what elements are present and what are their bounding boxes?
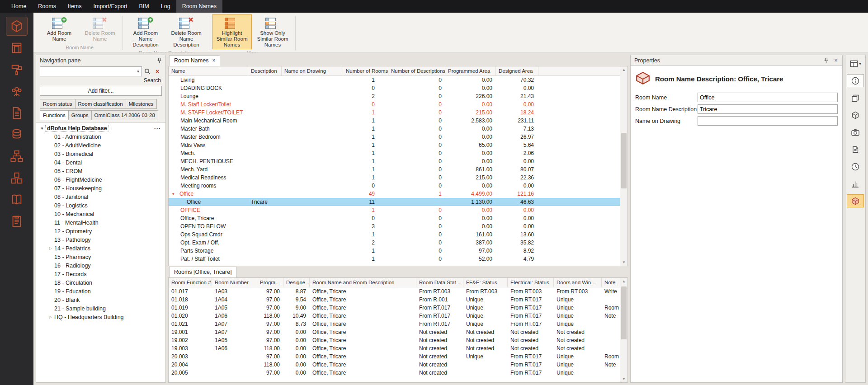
add-room-name-description-button[interactable]: Add Room Name Description [126, 14, 165, 49]
nav-tab-milestones[interactable]: Milestones [126, 99, 157, 109]
tree-item-01-administration[interactable]: 01 - Administration [36, 132, 165, 141]
tree-collapsed-icon[interactable]: ▷ [47, 315, 54, 319]
copy-properties-icon[interactable] [847, 92, 863, 104]
scroll-track[interactable] [620, 285, 627, 376]
search-combobox[interactable]: ▾ [40, 66, 142, 76]
room-row-01-021[interactable]: 01.0211A0797.008.73Office, TricareFrom R… [169, 320, 620, 328]
tree-item-11-mentalhealth[interactable]: 11 - MentalHealth [36, 218, 165, 227]
menu-tab-room-names[interactable]: Room Names [176, 0, 222, 13]
tree-more-button[interactable]: ··· [154, 125, 165, 131]
info-icon[interactable] [847, 75, 863, 87]
column-header-room-data-stat[interactable]: Room Data Stat... [416, 278, 463, 287]
search-icon[interactable] [143, 66, 152, 76]
column-header-name-on-drawing[interactable]: Name on Drawing [282, 66, 343, 75]
tree-expanded-icon[interactable]: ▾ [38, 126, 46, 131]
column-header-name[interactable]: Name [169, 66, 248, 75]
tree-collapsed-icon[interactable]: ▷ [47, 246, 54, 250]
room-row-20-004[interactable]: 20.004118.000.00Office, TricareNot creat… [169, 361, 620, 369]
row-expand-icon[interactable]: ▾ [172, 192, 179, 196]
room-name-row-mech[interactable]: Mech.100.002.06 [169, 149, 620, 157]
room-row-19-002[interactable]: 19.0021A0597.000.00Office, TricareNot cr… [169, 336, 620, 344]
room-names-scrollbar[interactable]: ▲ ▼ [620, 66, 627, 266]
tree-item-08-janitorial[interactable]: 08 - Janitorial [36, 192, 165, 201]
tree-item-10-mechanical[interactable]: 10 - Mechanical [36, 210, 165, 218]
scroll-thumb[interactable] [621, 133, 627, 188]
room-name-row-m-staff-locker-toilet[interactable]: M. Staff Locker/Toilet000.000.00 [169, 100, 620, 108]
room-row-01-019[interactable]: 01.0191A0597.009.00Office, TricareFrom R… [169, 304, 620, 312]
delete-room-name-button[interactable]: Delete Room Name [80, 14, 120, 44]
room-name-row-mech-yard[interactable]: Mech. Yard10861.0080.07 [169, 165, 620, 174]
nav-tab-room-classification[interactable]: Room classification [75, 99, 126, 109]
room-name-row-medical-readiness[interactable]: Medical Readiness10215.0022.36 [169, 174, 620, 182]
products-module-icon[interactable] [6, 82, 27, 100]
tree-item-09-logistics[interactable]: 09 - Logistics [36, 201, 165, 210]
room-name-row-pat-staff-toilet[interactable]: Pat. / Staff Toilet1052.004.79 [169, 255, 620, 263]
column-header-designe[interactable]: Designe... [283, 278, 310, 287]
room-name-row-mdis-view[interactable]: Mdis View1065.005.64 [169, 141, 620, 149]
scroll-down-icon[interactable]: ▼ [620, 376, 627, 382]
add-room-name-button[interactable]: Add Room Name [39, 14, 79, 44]
room-data-module-icon[interactable] [6, 39, 27, 57]
tree-item-13-pathology[interactable]: 13 - Pathology [36, 235, 165, 244]
room-name-row-meeting-rooms[interactable]: Meeting rooms000.000.00 [169, 182, 620, 190]
items-module-icon[interactable] [6, 61, 27, 79]
room-name-row-ops-squad-cmdr[interactable]: Ops Squad Cmdr10161.0013.60 [169, 230, 620, 239]
room-name-row-lounge[interactable]: Lounge20226.0021.43 [169, 92, 620, 100]
nav-tab-room-status[interactable]: Room status [40, 99, 75, 109]
tree-item-hq-headquarters-building[interactable]: ▷HQ - Headquarters Building [36, 313, 165, 321]
tree-item-02-adultmedicine[interactable]: 02 - AdultMedicine [36, 141, 165, 150]
chevron-down-icon[interactable]: ▾ [135, 69, 142, 74]
room-name-description-icon[interactable] [847, 195, 863, 207]
search-label[interactable]: Search [40, 76, 162, 86]
tree-item-12-optometry[interactable]: 12 - Optometry [36, 227, 165, 235]
room-name-row-mech-penthouse[interactable]: MECH. PENTHOUSE100.000.00 [169, 157, 620, 165]
room-name-row-living[interactable]: Living100.0070.32 [169, 76, 620, 84]
documents-module-icon[interactable] [6, 104, 27, 122]
scroll-up-icon[interactable]: ▲ [620, 278, 627, 285]
column-header-room-name-and-room-description[interactable]: Room Name and Room Description [310, 278, 416, 287]
clear-search-icon[interactable]: × [153, 66, 162, 76]
scroll-up-icon[interactable]: ▲ [620, 66, 627, 73]
pin-icon[interactable] [155, 57, 163, 64]
close-tab-icon[interactable]: × [212, 57, 215, 64]
room-row-01-018[interactable]: 01.0181A0497.009.54Office, TricareFrom R… [169, 296, 620, 304]
close-panel-icon[interactable]: × [832, 57, 840, 64]
room-name-row-main-mechanical-room[interactable]: Main Mechanical Room102,583.00231.11 [169, 117, 620, 125]
tree-item-18-circulation[interactable]: 18 - Circulation [36, 278, 165, 287]
column-header-ff-e-status[interactable]: FF&E: Status [463, 278, 508, 287]
log-module-icon[interactable] [6, 212, 27, 230]
room-name-row-parts-storage[interactable]: Parts Storage1097.008.92 [169, 247, 620, 255]
tree-item-15-pharmacy[interactable]: 15 - Pharmacy [36, 253, 165, 261]
systems-module-icon[interactable] [6, 147, 27, 165]
tab-room-names-document[interactable]: Room Names × [169, 55, 220, 66]
field-input-room-name[interactable] [698, 93, 838, 102]
column-header-room-number[interactable]: Room Number [212, 278, 257, 287]
room-row-20-003[interactable]: 20.00397.000.00Office, TricareNot create… [169, 352, 620, 361]
tree-item-20-blank[interactable]: 20 - Blank [36, 296, 165, 304]
room-name-row-m-staff-locker-toilet[interactable]: M. STAFF Locker/TOILET10215.0018.24 [169, 108, 620, 117]
statistics-icon[interactable] [847, 178, 863, 190]
add-filter-button[interactable]: Add filter... [40, 86, 162, 96]
column-header-progra[interactable]: Progra... [257, 278, 283, 287]
delete-room-name-description-button[interactable]: Delete Room Name Description [166, 14, 206, 49]
room-name-row-office[interactable]: ▾Office4914,499.00121.16 [169, 190, 620, 198]
room-row-20-005[interactable]: 20.00597.000.00Office, TricareNot create… [169, 369, 620, 377]
scroll-thumb[interactable] [621, 286, 627, 339]
rooms-module-icon[interactable] [6, 17, 27, 35]
tree-item-21-sample-building[interactable]: 21 - Sample building [36, 304, 165, 313]
scroll-track[interactable] [620, 73, 627, 259]
room-name-row-office[interactable]: OFFICE100.000.00 [169, 206, 620, 214]
room-name-row-master-bath[interactable]: Master Bath100.007.13 [169, 125, 620, 133]
menu-item-log[interactable]: Log [155, 0, 176, 13]
nav-tab-functions[interactable]: Functions [40, 110, 68, 120]
nav-tab-groups[interactable]: Groups [68, 110, 91, 120]
tree-item-03-biomedical[interactable]: 03 - Biomedical [36, 150, 165, 158]
column-header-doors-and-win[interactable]: Doors and Win... [554, 278, 602, 287]
room-name-row-opt-exam-off[interactable]: Opt. Exam / Off.20387.0035.82 [169, 239, 620, 247]
show-only-similar-room-names-button[interactable]: Show Only Similar Room Names [253, 14, 292, 49]
tree-item-14-pediatrics[interactable]: ▷14 - Pediatrics [36, 244, 165, 253]
history-icon[interactable] [847, 160, 863, 173]
column-header-designed-area[interactable]: Designed Area [496, 66, 538, 75]
menu-item-home[interactable]: Home [5, 0, 32, 13]
menu-item-bim[interactable]: BIM [133, 0, 155, 13]
